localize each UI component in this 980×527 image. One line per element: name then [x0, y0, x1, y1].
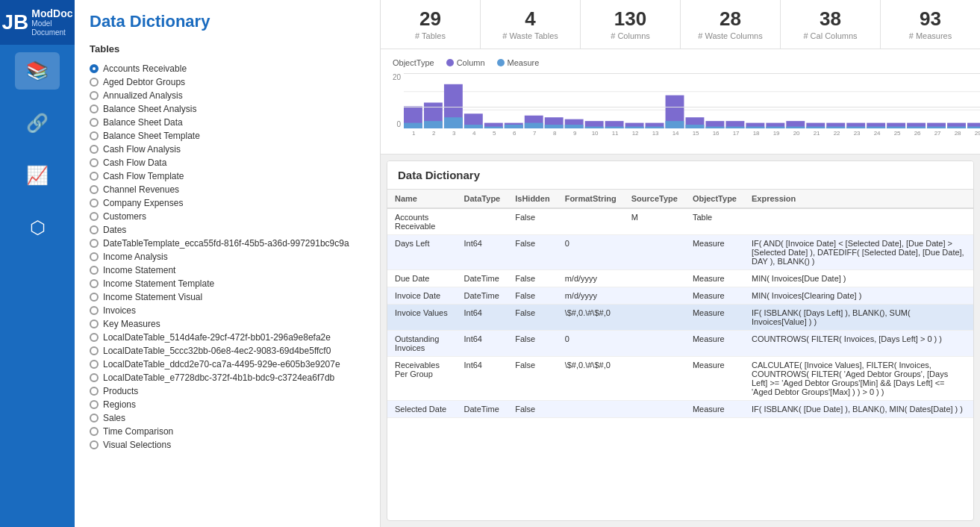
table-name: Time Comparison — [103, 426, 173, 437]
svg-rect-18 — [545, 125, 564, 128]
sidebar-table-item[interactable]: Company Expenses — [90, 196, 368, 210]
table-name: LocalDateTable_514d4afe-29cf-472f-bb01-2… — [103, 332, 331, 343]
svg-rect-34 — [706, 127, 725, 128]
sidebar-table-item[interactable]: DateTableTemplate_ecca55fd-816f-45b5-a36… — [90, 237, 368, 250]
data-table: NameDataTypeIsHiddenFormatStringSourceTy… — [387, 190, 973, 418]
stat-card-5: 93# Measures — [881, 0, 980, 49]
table-cell-sourcetype — [624, 401, 685, 418]
sidebar-table-item[interactable]: Income Analysis — [90, 250, 368, 264]
sidebar-table-item[interactable]: Visual Selections — [90, 438, 368, 452]
sidebar-table-item[interactable]: Sales — [90, 411, 368, 425]
sidebar-table-item[interactable]: Dates — [90, 223, 368, 237]
table-cell-objecttype: Measure — [685, 235, 744, 270]
table-name: Visual Selections — [103, 440, 171, 450]
stat-card-3: 28# Waste Columns — [681, 0, 781, 49]
table-name: LocalDateTable_5ccc32bb-06e8-4ec2-9083-6… — [103, 346, 331, 356]
radio-circle — [90, 105, 99, 113]
table-cell-sourcetype — [624, 357, 685, 401]
sidebar-table-item[interactable]: Key Measures — [90, 317, 368, 331]
table-name: Aged Debtor Groups — [103, 77, 185, 87]
table-cell-objecttype: Measure — [685, 357, 744, 401]
sidebar-table-item[interactable]: Aged Debtor Groups — [90, 75, 368, 89]
sidebar-table-item[interactable]: Balance Sheet Template — [90, 129, 368, 143]
legend-measure-label: Measure — [508, 58, 540, 67]
radio-circle — [90, 64, 99, 73]
nav-chart[interactable]: 📈 — [15, 157, 60, 194]
stat-number-0: 29 — [393, 7, 468, 31]
sidebar-table-item[interactable]: Income Statement Visual — [90, 290, 368, 304]
table-name: Invoices — [103, 305, 136, 316]
table-cell-formatstring: m/d/yyyy — [558, 270, 624, 287]
sidebar-table-item[interactable]: Cash Flow Template — [90, 169, 368, 183]
svg-rect-8 — [444, 117, 463, 128]
radio-circle — [90, 333, 99, 342]
radio-circle — [90, 145, 99, 154]
stat-number-2: 130 — [593, 7, 668, 31]
sidebar-table-item[interactable]: LocalDateTable_5ccc32bb-06e8-4ec2-9083-6… — [90, 344, 368, 358]
radio-circle — [90, 118, 99, 127]
sidebar-table-item[interactable]: Annualized Analysis — [90, 89, 368, 102]
table-row: Outstanding InvoicesInt64False0MeasureCO… — [387, 331, 973, 357]
sidebar-table-item[interactable]: LocalDateTable_ddcd2e70-ca7a-4495-929e-e… — [90, 358, 368, 371]
stat-card-0: 29# Tables — [381, 0, 481, 49]
sidebar-table-item[interactable]: Invoices — [90, 304, 368, 317]
objecttype-label: ObjectType — [393, 58, 434, 67]
radio-circle — [90, 293, 99, 302]
table-cell-datatype: Int64 — [457, 357, 508, 401]
svg-rect-50 — [867, 127, 885, 128]
sidebar-table-item[interactable]: Income Statement — [90, 264, 368, 277]
radio-circle — [90, 306, 99, 315]
table-cell-objecttype: Table — [685, 208, 744, 235]
x-label: 9 — [565, 130, 584, 137]
sidebar-table-item[interactable]: Products — [90, 384, 368, 398]
sidebar-table-item[interactable]: Accounts Receivable — [90, 62, 368, 75]
table-row: Invoice ValuesInt64False\$#,0.\#\$#,0Mea… — [387, 305, 973, 331]
sidebar-table-item[interactable]: Balance Sheet Data — [90, 116, 368, 129]
table-cell-expression: CALCULATE( [Invoice Values], FILTER( Inv… — [744, 357, 973, 401]
x-label: 16 — [706, 130, 725, 137]
stat-number-1: 4 — [493, 7, 568, 31]
sidebar-table-item[interactable]: Regions — [90, 398, 368, 411]
table-cell-sourcetype — [624, 270, 685, 287]
stat-number-4: 38 — [793, 7, 868, 31]
radio-circle — [90, 400, 99, 409]
sidebar-table-item[interactable]: Channel Revenues — [90, 183, 368, 196]
sidebar-table-item[interactable]: Balance Sheet Analysis — [90, 102, 368, 116]
table-name: Products — [103, 386, 138, 396]
svg-rect-16 — [525, 123, 543, 128]
sidebar-table-item[interactable]: Cash Flow Analysis — [90, 143, 368, 156]
x-label: 20 — [787, 130, 806, 137]
sidebar-table-item[interactable]: Cash Flow Data — [90, 156, 368, 169]
stat-label-1: # Waste Tables — [502, 31, 558, 40]
table-row: Due DateDateTimeFalsem/d/yyyyMeasureMIN(… — [387, 270, 973, 287]
x-label: 24 — [867, 130, 887, 137]
table-cell-name: Due Date — [387, 270, 457, 287]
x-label: 7 — [525, 130, 544, 137]
nav-network[interactable]: ⬡ — [15, 209, 60, 246]
radio-circle — [90, 414, 99, 422]
tables-heading: Tables — [90, 43, 368, 54]
table-cell-expression: IF( ISBLANK( [Due Date] ), BLANK(), MIN(… — [744, 401, 973, 418]
sidebar-table-item[interactable]: LocalDateTable_514d4afe-29cf-472f-bb01-2… — [90, 331, 368, 344]
table-cell-objecttype: Measure — [685, 331, 744, 357]
table-cell-ishidden: False — [508, 235, 557, 270]
table-name: Sales — [103, 413, 125, 423]
nav-link[interactable]: 🔗 — [15, 105, 60, 142]
table-cell-ishidden: False — [508, 331, 557, 357]
svg-rect-4 — [404, 123, 422, 128]
table-name: Cash Flow Data — [103, 158, 166, 168]
svg-rect-56 — [927, 127, 946, 128]
svg-rect-10 — [464, 125, 483, 128]
nav-books[interactable]: 📚 — [15, 52, 60, 90]
main-content: 29# Tables4# Waste Tables130# Columns28#… — [381, 0, 980, 527]
svg-rect-22 — [585, 127, 604, 128]
sidebar-table-item[interactable]: Time Comparison — [90, 425, 368, 438]
sidebar-table-item[interactable]: Customers — [90, 210, 368, 223]
table-cell-ishidden: False — [508, 305, 557, 331]
radio-circle — [90, 440, 99, 449]
table-cell-expression: MIN( Invoices[Clearing Date] ) — [744, 287, 973, 305]
sidebar-table-item[interactable]: LocalDateTable_e7728dbc-372f-4b1b-bdc9-c… — [90, 371, 368, 384]
table-cell-objecttype: Measure — [685, 305, 744, 331]
sidebar-table-item[interactable]: Income Statement Template — [90, 277, 368, 290]
table-cell-sourcetype — [624, 305, 685, 331]
